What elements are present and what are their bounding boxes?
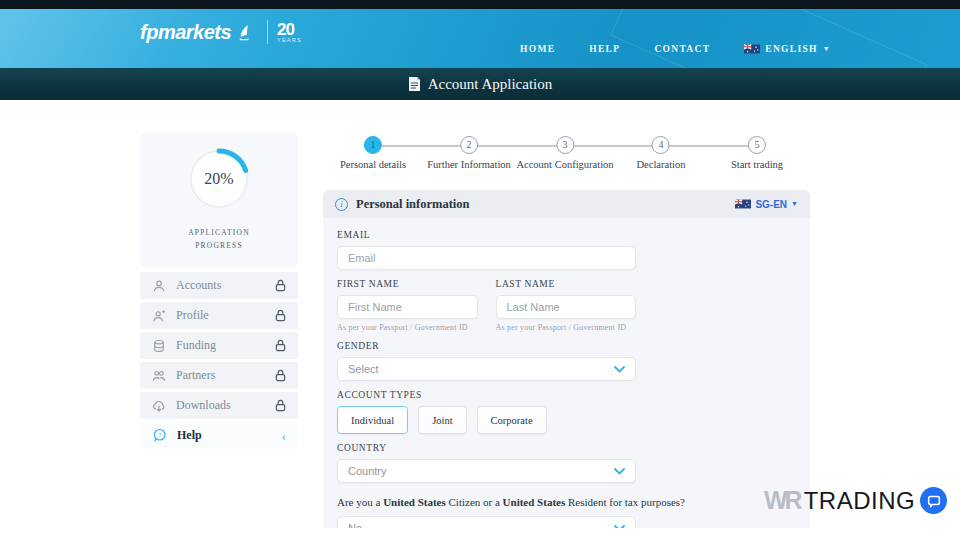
step-declaration[interactable]: 4 Declaration: [637, 136, 686, 170]
country-value: Country: [348, 465, 387, 477]
account-type-joint[interactable]: Joint: [418, 406, 466, 434]
step-circle: 5: [748, 136, 766, 154]
years-label: YEARS: [277, 38, 302, 44]
gender-select[interactable]: Select: [337, 357, 636, 381]
sail-icon: [237, 24, 250, 41]
last-name-helper: As per your Passport / Government ID: [496, 323, 637, 332]
step-label: Start trading: [731, 159, 783, 170]
step-label: Further Information: [427, 159, 511, 170]
brand-logo[interactable]: fpmarkets 20 YEARS: [140, 20, 302, 44]
application-stepper: 1 Personal details 2 Further Information…: [323, 136, 810, 180]
lock-icon: [275, 399, 286, 412]
sidebar-item-accounts[interactable]: Accounts: [140, 272, 298, 299]
wr-trading-watermark: WR TRADING: [764, 486, 947, 515]
panel-header: i Personal information SG-EN ▼: [323, 190, 810, 218]
people-icon: [152, 369, 166, 383]
person-add-icon: [152, 309, 166, 323]
top-navigation: HOME HELP CONTACT ENGLISH ▼: [520, 44, 830, 54]
step-further-information[interactable]: 2 Further Information: [427, 136, 511, 170]
brand-years: 20 YEARS: [277, 21, 302, 44]
language-selector[interactable]: ENGLISH ▼: [744, 44, 829, 54]
bottom-margin: [0, 528, 960, 540]
personal-information-panel: i Personal information SG-EN ▼ EMAIL FI: [323, 190, 810, 540]
chevron-down-icon: [614, 468, 625, 475]
page-title-bar: Account Application: [0, 68, 960, 100]
person-icon: [152, 279, 166, 293]
gender-label: GENDER: [337, 341, 796, 351]
sidebar-item-downloads[interactable]: Downloads: [140, 392, 298, 419]
email-field[interactable]: [337, 246, 636, 270]
progress-percent: 20%: [187, 147, 251, 211]
application-progress-card: 20% APPLICATION PROGRESS: [140, 132, 298, 268]
last-name-field[interactable]: [496, 295, 637, 319]
sidebar-item-funding[interactable]: Funding: [140, 332, 298, 359]
sidebar-item-label: Help: [177, 428, 202, 443]
flag-icon: [744, 44, 760, 54]
sidebar-item-label: Partners: [176, 368, 215, 383]
step-label: Declaration: [637, 159, 686, 170]
language-label: ENGLISH: [765, 44, 817, 54]
lock-icon: [275, 339, 286, 352]
coins-icon: [152, 339, 166, 353]
sidebar-item-help[interactable]: ? Help ‹: [140, 422, 298, 449]
chevron-left-icon: ‹: [282, 429, 286, 442]
sidebar-item-partners[interactable]: Partners: [140, 362, 298, 389]
account-types-label: ACCOUNT TYPES: [337, 390, 796, 400]
info-icon: i: [335, 198, 348, 211]
first-name-field[interactable]: [337, 295, 478, 319]
cloud-download-icon: [152, 399, 166, 413]
help-chat-icon: ?: [152, 428, 167, 443]
nav-contact[interactable]: CONTACT: [654, 44, 710, 54]
account-types-row: Individual Joint Corporate: [337, 406, 796, 434]
country-label: COUNTRY: [337, 443, 796, 453]
header-banner: fpmarkets 20 YEARS HOME HELP CONTACT: [0, 9, 960, 68]
watermark-wr: WR: [764, 486, 800, 515]
us-citizen-question: Are you a United States Citizen or a Uni…: [337, 496, 796, 508]
locale-selector[interactable]: SG-EN ▼: [735, 199, 798, 210]
brand-divider: [267, 20, 268, 44]
years-number: 20: [277, 21, 302, 38]
sidebar-item-label: Funding: [176, 338, 216, 353]
name-row: FIRST NAME As per your Passport / Govern…: [337, 270, 636, 332]
document-icon: [408, 76, 421, 92]
chevron-down-icon: [614, 366, 625, 373]
panel-body: EMAIL FIRST NAME As per your Passport / …: [323, 218, 810, 540]
account-type-individual[interactable]: Individual: [337, 406, 408, 434]
sidebar-menu: Accounts Profile Fu: [140, 272, 298, 452]
step-circle: 2: [460, 136, 478, 154]
chevron-down-icon: ▼: [791, 200, 798, 208]
step-circle: 1: [364, 136, 382, 154]
watermark-trading: TRADING: [804, 487, 916, 515]
step-account-configuration[interactable]: 3 Account Configuration: [516, 136, 613, 170]
step-circle: 3: [556, 136, 574, 154]
progress-donut: 20%: [187, 147, 251, 211]
email-label: EMAIL: [337, 230, 796, 240]
first-name-helper: As per your Passport / Government ID: [337, 323, 478, 332]
nav-help[interactable]: HELP: [589, 44, 620, 54]
sidebar-item-label: Accounts: [176, 278, 221, 293]
step-personal-details[interactable]: 1 Personal details: [340, 136, 406, 170]
chat-widget-button[interactable]: [920, 487, 947, 514]
panel-title: Personal information: [356, 197, 470, 212]
gender-value: Select: [348, 363, 379, 375]
lock-icon: [275, 309, 286, 322]
lock-icon: [275, 369, 286, 382]
sidebar-item-label: Downloads: [176, 398, 231, 413]
svg-text:?: ?: [158, 431, 161, 439]
step-label: Personal details: [340, 159, 406, 170]
sidebar-item-profile[interactable]: Profile: [140, 302, 298, 329]
flag-icon: [735, 199, 751, 209]
page-title: Account Application: [428, 76, 553, 93]
locale-label: SG-EN: [755, 199, 787, 210]
first-name-label: FIRST NAME: [337, 279, 478, 289]
country-select[interactable]: Country: [337, 459, 636, 483]
last-name-label: LAST NAME: [496, 279, 637, 289]
brand-name: fpmarkets: [140, 21, 231, 44]
nav-home[interactable]: HOME: [520, 44, 555, 54]
chevron-down-icon: ▼: [823, 45, 830, 53]
account-type-corporate[interactable]: Corporate: [477, 406, 547, 434]
lock-icon: [275, 279, 286, 292]
top-dark-strip: [0, 0, 960, 9]
step-circle: 4: [652, 136, 670, 154]
step-start-trading[interactable]: 5 Start trading: [731, 136, 783, 170]
